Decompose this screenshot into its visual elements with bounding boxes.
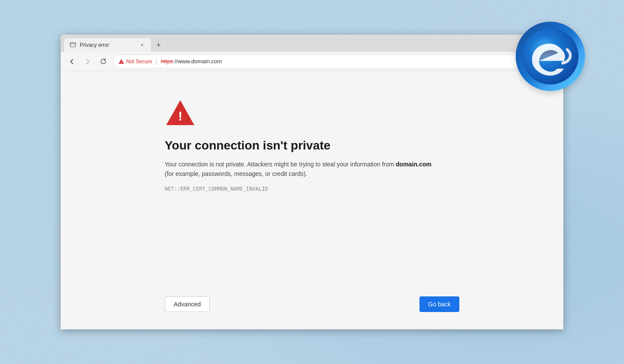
url-rest: ://www.domain.com [173, 58, 222, 65]
warning-triangle-icon: ! [165, 97, 196, 128]
error-code: NET::ERR_CERT_COMMON_NAME_INVALID [165, 186, 268, 192]
error-page: ! Your connection isn't private Your con… [61, 71, 563, 329]
svg-text:!: ! [121, 60, 122, 63]
error-heading: Your connection isn't private [165, 139, 331, 153]
browser-window: Privacy error × + [61, 35, 563, 329]
go-back-button[interactable]: Go back [419, 296, 459, 312]
tab-page-icon [69, 42, 76, 49]
error-desc-suffix: (for example, passwords, messages, or cr… [165, 170, 307, 177]
tab-title: Privacy error [80, 42, 135, 48]
new-tab-button[interactable]: + [153, 39, 165, 51]
tab-close-button[interactable]: × [139, 42, 146, 49]
advanced-button[interactable]: Advanced [165, 296, 210, 312]
address-divider: | [156, 58, 157, 65]
reload-button[interactable] [97, 55, 109, 68]
svg-rect-1 [70, 42, 75, 47]
active-tab[interactable]: Privacy error × [64, 38, 151, 52]
error-domain: domain.com [396, 161, 431, 168]
back-button[interactable] [66, 55, 78, 68]
error-main-content: ! Your connection isn't private Your con… [165, 97, 459, 192]
https-text: https [161, 58, 173, 65]
button-row: Advanced Go back [165, 296, 459, 312]
tab-bar: Privacy error × + [61, 35, 563, 52]
forward-button[interactable] [81, 55, 94, 68]
svg-text:!: ! [178, 109, 182, 123]
error-description: Your connection is not private. Attacker… [165, 159, 432, 179]
address-url: https://www.domain.com [161, 58, 222, 65]
error-desc-prefix: Your connection is not private. Attacker… [165, 161, 396, 168]
edge-logo [516, 22, 585, 91]
toolbar: ! Not Secure | https://www.domain.com [61, 52, 563, 71]
not-secure-indicator: ! Not Secure [118, 58, 152, 65]
address-bar[interactable]: ! Not Secure | https://www.domain.com [113, 55, 529, 68]
